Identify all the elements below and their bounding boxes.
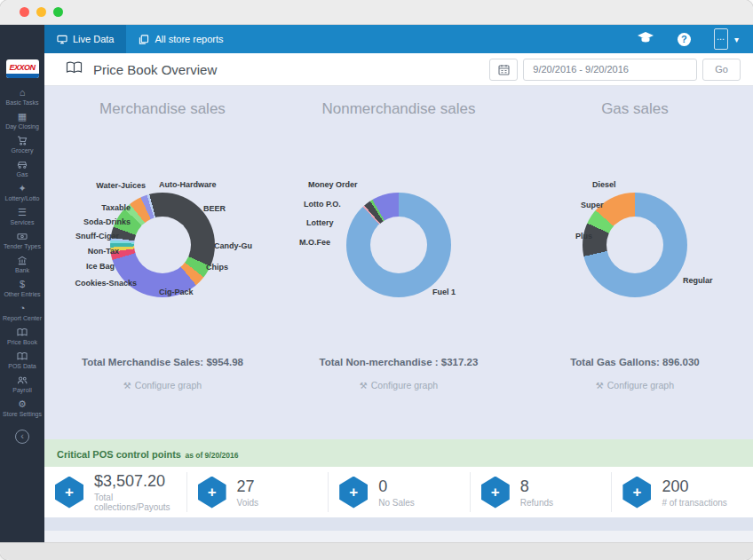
cart-icon <box>0 136 44 146</box>
people-icon <box>0 375 44 386</box>
tab-all-store-reports[interactable]: All store reports <box>126 25 235 53</box>
wrench-icon: ⚒ <box>360 381 368 390</box>
donut-hole <box>134 217 191 273</box>
donut-label: Water-Juices <box>96 181 146 190</box>
copy-pages-icon <box>139 35 149 44</box>
sidebar-item-tender-types[interactable]: Tender Types <box>0 229 44 253</box>
merchandise-sales-panel: Merchandise sales Water-Juices Taxable S… <box>44 95 281 390</box>
plus-badge-icon[interactable]: + <box>622 477 651 509</box>
bank-icon <box>0 256 44 266</box>
donut-label: Ice Bag <box>86 262 115 271</box>
donut-label: Money Order <box>308 180 358 189</box>
donut-label: Chips <box>206 263 228 272</box>
sidebar-item-label: POS Data <box>0 363 44 369</box>
sidebar-item-store-settings[interactable]: ⚙ Store Settings <box>0 397 44 421</box>
donut-label: Lotto P.O. <box>304 200 341 209</box>
open-book-icon <box>0 351 44 362</box>
stat-value: 8 <box>520 477 553 496</box>
sidebar-item-grocery[interactable]: Grocery <box>0 133 44 157</box>
donut-label: BEER <box>203 204 226 213</box>
wrench-icon: ⚒ <box>596 381 604 390</box>
configure-graph-label: Configure graph <box>135 380 202 390</box>
close-window-button[interactable] <box>20 7 29 17</box>
sidebar-item-label: Tender Types <box>0 243 44 249</box>
sidebar-item-basic-tasks[interactable]: ⌂ Basic Tasks <box>0 85 44 109</box>
plus-badge-icon[interactable]: + <box>339 477 368 509</box>
window-footer <box>0 542 753 560</box>
sidebar-item-label: Gas <box>0 171 44 177</box>
sidebar-item-other-entries[interactable]: $ Other Entries <box>0 277 44 301</box>
plus-badge-icon[interactable]: + <box>198 477 226 509</box>
configure-graph-link[interactable]: ⚒Configure graph <box>360 380 438 390</box>
wrench-icon: ⚒ <box>123 381 131 390</box>
donut-label: M.O.Fee <box>299 238 330 247</box>
sidebar-item-label: Basic Tasks <box>0 99 44 106</box>
banknote-icon <box>0 232 44 242</box>
sidebar-item-payroll[interactable]: Payroll <box>0 373 44 397</box>
stat-label: No Sales <box>378 498 415 508</box>
sidebar-item-price-book[interactable]: Price Book <box>0 325 44 349</box>
sidebar-item-label: Other Entries <box>0 291 44 297</box>
sidebar-item-label: Store Settings <box>0 411 44 417</box>
sidebar-item-bank[interactable]: Bank <box>0 253 44 277</box>
critical-pos-banner: Critical POS control points as of 9/20/2… <box>44 439 753 467</box>
sidebar-item-label: Day Closing <box>0 123 44 130</box>
stat-label: Refunds <box>520 498 553 508</box>
sidebar-item-lottery[interactable]: ✦ Lottery/Lotto <box>0 181 44 205</box>
stat-value: 0 <box>378 477 415 496</box>
donut-label: Diesel <box>592 180 616 189</box>
donut-hole <box>606 217 663 273</box>
help-icon[interactable]: ? <box>678 33 691 46</box>
exxon-logo: EXXON <box>6 59 39 78</box>
sidebar-collapse-button[interactable]: ‹ <box>15 430 29 444</box>
configure-graph-link[interactable]: ⚒Configure graph <box>596 380 674 390</box>
content-spacer <box>44 531 753 542</box>
donut-label: Cig-Pack <box>159 288 194 296</box>
device-menu[interactable]: ⋯ ▾ <box>714 28 739 50</box>
sidebar-item-label: Report Center <box>0 315 44 321</box>
gas-sales-panel: Gas sales Diesel Super Plus Regular Tota… <box>517 95 753 390</box>
date-range-input[interactable] <box>523 59 697 81</box>
sidebar-item-report-center[interactable]: ◔ Report Center <box>0 301 44 325</box>
donut-hole <box>370 217 427 273</box>
configure-graph-link[interactable]: ⚒Configure graph <box>123 380 202 390</box>
home-icon: ⌂ <box>0 88 44 99</box>
tab-live-data[interactable]: Live Data <box>44 25 126 53</box>
minimize-window-button[interactable] <box>36 7 46 17</box>
sidebar-item-day-closing[interactable]: ▦ Day Closing <box>0 109 44 133</box>
plus-badge-icon[interactable]: + <box>481 477 510 509</box>
open-book-icon <box>66 60 83 78</box>
sidebar: EXXON ⌂ Basic Tasks ▦ Day Closing Grocer… <box>0 25 44 542</box>
device-icon: ⋯ <box>714 28 728 50</box>
plus-badge-icon[interactable]: + <box>55 477 83 509</box>
gear-icon: ⚙ <box>0 399 44 410</box>
sidebar-item-gas[interactable]: Gas <box>0 157 44 181</box>
open-book-icon <box>0 327 44 338</box>
calendar-button[interactable] <box>489 59 518 81</box>
dollar-icon: $ <box>0 280 44 290</box>
donut-label: Regular <box>683 276 713 285</box>
chart-title: Nonmerchandise sales <box>321 100 475 118</box>
stat-label: Voids <box>237 498 258 508</box>
donut-label: Soda-Drinks <box>83 217 131 226</box>
ticket-icon: ✦ <box>0 184 44 194</box>
stat-value: $3,507.20 <box>94 472 186 491</box>
donut-label: Taxable <box>101 203 131 212</box>
sidebar-item-label: Price Book <box>0 339 44 345</box>
donut-label: Non-Tax <box>88 247 119 256</box>
sidebar-item-services[interactable]: ☰ Services <box>0 205 44 229</box>
sidebar-item-label: Lottery/Lotto <box>0 195 44 201</box>
go-button[interactable]: Go <box>702 59 741 81</box>
sidebar-item-pos-data[interactable]: POS Data <box>0 349 44 373</box>
sidebar-item-label: Grocery <box>0 147 44 154</box>
zoom-window-button[interactable] <box>53 7 63 17</box>
stats-row: + $3,507.20 Total collections/Payouts + … <box>44 467 753 517</box>
top-navigation-bar: Live Data All store reports ? ⋯ ▾ <box>44 25 753 53</box>
graduation-cap-icon[interactable] <box>637 31 654 47</box>
chart-title: Gas sales <box>601 100 669 118</box>
stat-transactions: + 200 # of transactions <box>611 472 753 512</box>
nonmerchandise-sales-panel: Nonmerchandise sales Money Order Lotto P… <box>281 95 517 390</box>
nonmerchandise-donut-chart[interactable] <box>346 193 451 297</box>
donut-label: Snuff-Cigar <box>75 232 119 241</box>
exxon-logo-text: EXXON <box>6 59 39 74</box>
